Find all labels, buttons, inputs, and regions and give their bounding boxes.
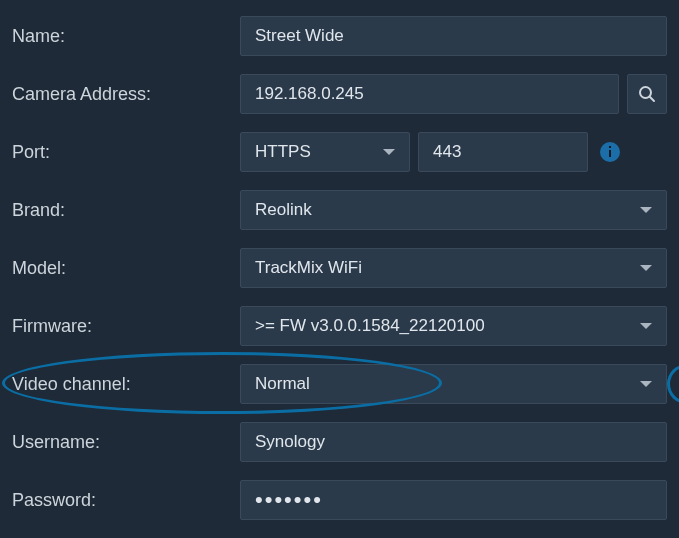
name-label: Name: — [12, 26, 232, 47]
row-name: Name: Street Wide — [12, 16, 667, 56]
brand-select[interactable]: Reolink — [240, 190, 667, 230]
firmware-label: Firmware: — [12, 316, 232, 337]
username-input-area: Synology — [240, 422, 667, 462]
port-input-area: HTTPS 443 — [240, 132, 667, 172]
svg-rect-3 — [609, 150, 611, 157]
row-password: Password: ••••••• — [12, 480, 667, 520]
password-input-area: ••••••• — [240, 480, 667, 520]
row-model: Model: TrackMix WiFi — [12, 248, 667, 288]
name-value: Street Wide — [255, 26, 344, 46]
video-channel-input-area: Normal — [240, 364, 667, 404]
port-label: Port: — [12, 142, 232, 163]
address-value: 192.168.0.245 — [255, 84, 364, 104]
svg-rect-4 — [609, 146, 611, 148]
chevron-down-icon — [640, 207, 652, 213]
port-info-button[interactable] — [596, 138, 624, 166]
chevron-down-icon — [640, 381, 652, 387]
name-input-area: Street Wide — [240, 16, 667, 56]
protocol-select[interactable]: HTTPS — [240, 132, 410, 172]
row-port: Port: HTTPS 443 — [12, 132, 667, 172]
chevron-down-icon — [383, 149, 395, 155]
row-video-channel: Video channel: Normal — [12, 364, 667, 404]
camera-config-form: Name: Street Wide Camera Address: 192.16… — [0, 0, 679, 538]
port-number-input[interactable]: 443 — [418, 132, 588, 172]
firmware-input-area: >= FW v3.0.0.1584_22120100 — [240, 306, 667, 346]
password-value: ••••••• — [255, 489, 323, 511]
username-label: Username: — [12, 432, 232, 453]
brand-label: Brand: — [12, 200, 232, 221]
password-label: Password: — [12, 490, 232, 511]
info-icon — [599, 141, 621, 163]
chevron-down-icon — [640, 265, 652, 271]
port-number-value: 443 — [433, 142, 461, 162]
video-channel-value: Normal — [255, 374, 310, 394]
brand-input-area: Reolink — [240, 190, 667, 230]
username-value: Synology — [255, 432, 325, 452]
username-input[interactable]: Synology — [240, 422, 667, 462]
firmware-select[interactable]: >= FW v3.0.0.1584_22120100 — [240, 306, 667, 346]
video-channel-label: Video channel: — [12, 374, 232, 395]
row-username: Username: Synology — [12, 422, 667, 462]
model-select[interactable]: TrackMix WiFi — [240, 248, 667, 288]
address-label: Camera Address: — [12, 84, 232, 105]
row-firmware: Firmware: >= FW v3.0.0.1584_22120100 — [12, 306, 667, 346]
firmware-value: >= FW v3.0.0.1584_22120100 — [255, 316, 485, 336]
row-address: Camera Address: 192.168.0.245 — [12, 74, 667, 114]
brand-value: Reolink — [255, 200, 312, 220]
name-input[interactable]: Street Wide — [240, 16, 667, 56]
address-input-area: 192.168.0.245 — [240, 74, 667, 114]
protocol-value: HTTPS — [255, 142, 311, 162]
search-icon — [638, 85, 656, 103]
search-camera-button[interactable] — [627, 74, 667, 114]
svg-line-1 — [650, 97, 654, 101]
address-input[interactable]: 192.168.0.245 — [240, 74, 619, 114]
row-brand: Brand: Reolink — [12, 190, 667, 230]
chevron-down-icon — [640, 323, 652, 329]
password-input[interactable]: ••••••• — [240, 480, 667, 520]
model-label: Model: — [12, 258, 232, 279]
model-value: TrackMix WiFi — [255, 258, 362, 278]
model-input-area: TrackMix WiFi — [240, 248, 667, 288]
video-channel-select[interactable]: Normal — [240, 364, 667, 404]
